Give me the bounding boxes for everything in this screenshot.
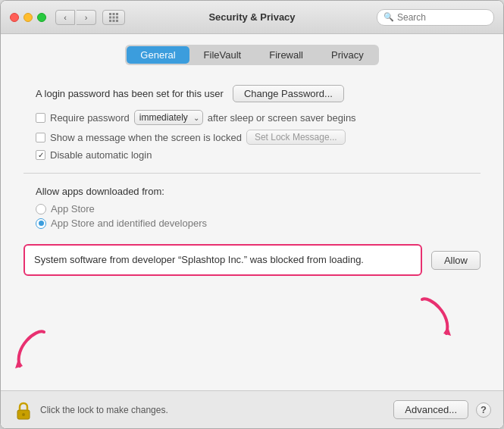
- help-button[interactable]: ?: [476, 402, 491, 418]
- show-message-checkbox[interactable]: [36, 133, 45, 142]
- advanced-button[interactable]: Advanced...: [393, 400, 468, 419]
- bottom-bar: Click the lock to make changes. Advanced…: [1, 390, 503, 428]
- immediately-select[interactable]: immediately: [134, 110, 203, 125]
- disable-login-row: Disable automatic login: [36, 149, 481, 161]
- svg-rect-6: [109, 20, 111, 22]
- login-password-row: A login password has been set for this u…: [23, 85, 481, 102]
- minimize-button[interactable]: [23, 13, 33, 22]
- lock-icon[interactable]: [13, 399, 34, 421]
- require-password-checkbox[interactable]: [36, 113, 45, 123]
- app-store-identified-radio[interactable]: [36, 218, 46, 229]
- app-store-radio[interactable]: [36, 204, 46, 214]
- svg-rect-2: [116, 13, 118, 15]
- svg-rect-0: [109, 13, 111, 15]
- tab-firewall[interactable]: Firewall: [255, 46, 317, 64]
- set-lock-message-button[interactable]: Set Lock Message...: [246, 130, 346, 145]
- disable-login-checkbox[interactable]: [36, 150, 45, 160]
- svg-point-10: [22, 413, 25, 416]
- immediately-select-wrapper[interactable]: immediately: [134, 110, 203, 125]
- lock-text: Click the lock to make changes.: [40, 405, 393, 415]
- divider: [23, 173, 481, 174]
- app-store-identified-radio-option: App Store and identified developers: [36, 218, 481, 229]
- require-password-label: Require password: [50, 112, 130, 124]
- login-label: A login password has been set for this u…: [36, 88, 224, 99]
- grid-button[interactable]: [102, 10, 125, 25]
- app-store-label: App Store: [51, 203, 95, 214]
- tab-general[interactable]: General: [127, 46, 189, 64]
- close-button[interactable]: [10, 13, 19, 22]
- svg-rect-5: [116, 16, 118, 18]
- search-input[interactable]: [397, 12, 487, 23]
- back-button[interactable]: ‹: [55, 10, 75, 25]
- show-message-label: Show a message when the screen is locked: [50, 132, 242, 143]
- svg-rect-4: [113, 16, 115, 18]
- app-store-radio-option: App Store: [36, 203, 481, 214]
- nav-buttons: ‹ ›: [55, 10, 96, 25]
- download-section: Allow apps downloaded from: App Store Ap…: [23, 186, 481, 232]
- change-password-button[interactable]: Change Password...: [233, 85, 344, 102]
- svg-rect-1: [113, 13, 115, 15]
- window-title: Security & Privacy: [208, 11, 295, 23]
- search-icon: 🔍: [383, 12, 394, 22]
- traffic-lights: [10, 13, 46, 22]
- search-box[interactable]: 🔍: [377, 9, 494, 26]
- show-message-row: Show a message when the screen is locked…: [36, 130, 481, 145]
- require-password-row: Require password immediately after sleep…: [36, 110, 481, 125]
- tabs-container: General FileVault Firewall Privacy: [1, 34, 503, 73]
- app-store-identified-label: App Store and identified developers: [51, 218, 207, 229]
- panel: A login password has been set for this u…: [1, 73, 503, 390]
- blocked-message-text: System software from developer “Splashto…: [34, 254, 364, 265]
- allow-button[interactable]: Allow: [431, 251, 481, 270]
- tabs: General FileVault Firewall Privacy: [125, 45, 378, 65]
- tab-filevault[interactable]: FileVault: [190, 46, 255, 64]
- content-area: General FileVault Firewall Privacy A log…: [1, 34, 503, 428]
- blocked-row: System software from developer “Splashto…: [23, 244, 481, 276]
- forward-button[interactable]: ›: [77, 10, 96, 25]
- blocked-message-box: System software from developer “Splashto…: [23, 244, 422, 276]
- svg-rect-8: [116, 20, 118, 22]
- titlebar: ‹ › Security & Privacy 🔍: [1, 1, 503, 34]
- options-section: Require password immediately after sleep…: [23, 110, 481, 161]
- svg-rect-7: [113, 20, 115, 22]
- after-sleep-label: after sleep or screen saver begins: [208, 112, 356, 124]
- allow-apps-title: Allow apps downloaded from:: [36, 186, 481, 197]
- svg-rect-3: [109, 16, 111, 18]
- tab-privacy[interactable]: Privacy: [318, 46, 377, 64]
- disable-login-label: Disable automatic login: [50, 149, 152, 161]
- maximize-button[interactable]: [37, 13, 46, 22]
